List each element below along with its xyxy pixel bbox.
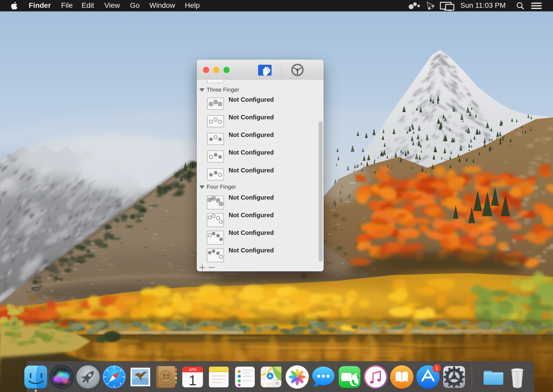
svg-text:3D: 3D bbox=[275, 382, 279, 385]
svg-text:1: 1 bbox=[188, 372, 197, 388]
svg-text:APR: APR bbox=[189, 368, 197, 372]
